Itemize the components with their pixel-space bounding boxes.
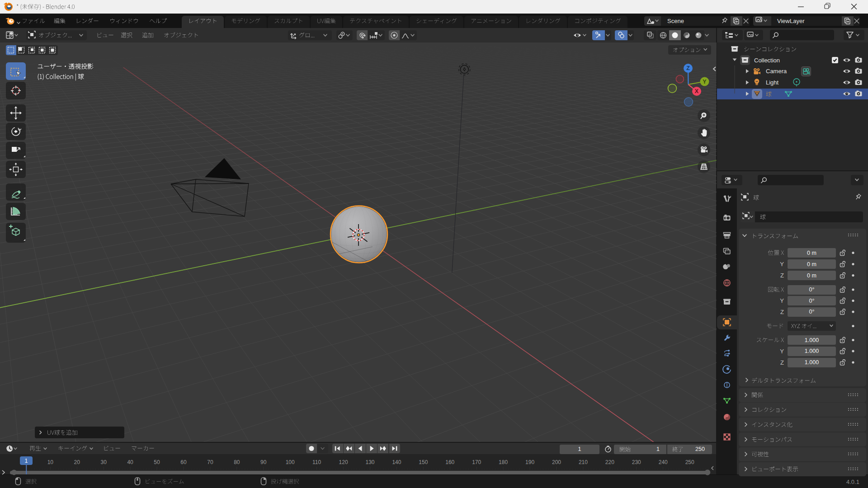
svg-text:Z: Z: [686, 65, 690, 71]
svg-text:Y: Y: [703, 79, 707, 85]
svg-text:X: X: [695, 88, 699, 94]
